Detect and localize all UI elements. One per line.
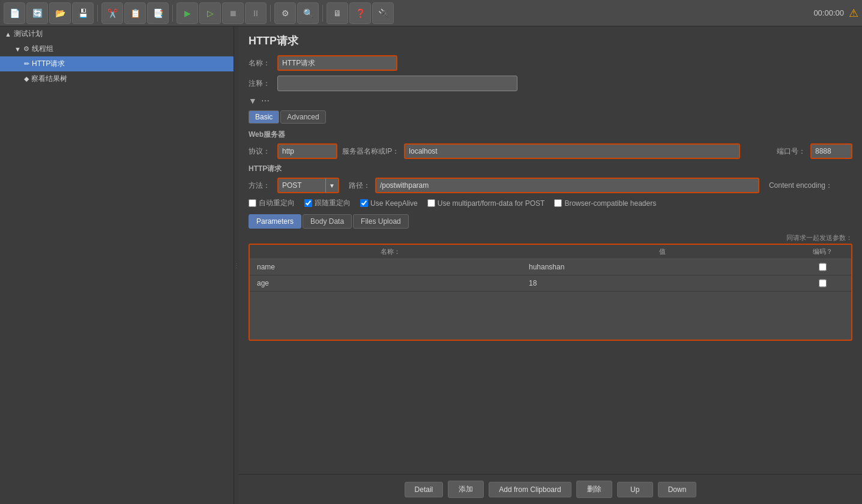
param-encoding-1: [798, 278, 846, 289]
timer-area: 00:00:00 ⚠: [813, 7, 858, 20]
cut-btn[interactable]: ✂️: [101, 2, 123, 24]
resize-handle[interactable]: ⋮: [234, 26, 239, 504]
path-input[interactable]: [375, 178, 759, 193]
tab-files-upload[interactable]: Files Upload: [353, 214, 409, 229]
path-label: 路径：: [349, 181, 370, 191]
search-btn[interactable]: 🔍: [297, 2, 319, 24]
name-input[interactable]: [277, 55, 397, 71]
protocol-input[interactable]: [277, 143, 337, 159]
tree-item-test-plan[interactable]: ▲ 测试计划: [0, 26, 234, 41]
separator-3: [270, 5, 271, 22]
main-toolbar: 📄 🔄 📂 💾 ✂️ 📋 📑 ▶ ▷ ⏹ ⏸ ⚙ 🔍 🖥 ❓ 🔌 00:00:0…: [0, 0, 862, 26]
browser-headers-checkbox[interactable]: [554, 199, 562, 207]
params-section: 同请求一起发送参数： 名称： 值 编码？ name huhanshan: [249, 233, 852, 341]
params-hint: 同请求一起发送参数：: [249, 233, 852, 242]
open-btn[interactable]: 📂: [49, 2, 71, 24]
web-server-section: Web服务器 协议： 服务器名称或IP： 端口号：: [249, 130, 852, 159]
header-name: 名称：: [255, 247, 526, 256]
refresh-btn[interactable]: 🔄: [26, 2, 48, 24]
tree-item-label: HTTP请求: [32, 59, 65, 69]
name-label: 名称：: [249, 58, 273, 68]
checkbox-keepalive: Use KeepAlive: [360, 199, 418, 208]
method-container: ▼: [277, 178, 339, 193]
empty-rows: [250, 292, 851, 340]
multipart-checkbox[interactable]: [427, 199, 435, 207]
remote-btn[interactable]: 🖥: [327, 2, 348, 24]
content-area: HTTP请求 名称： 注释： ▼ ⋯ Basic Advanced: [239, 26, 862, 474]
table-row[interactable]: age 18: [250, 275, 851, 292]
header-value: 值: [526, 247, 798, 256]
add-clipboard-btn[interactable]: Add from Clipboard: [489, 482, 571, 497]
add-btn[interactable]: 添加: [448, 481, 484, 498]
action-bar: Detail 添加 Add from Clipboard 删除 Up Down: [239, 474, 862, 504]
param-name-1: age: [255, 278, 526, 289]
http-request-title: HTTP请求: [249, 164, 852, 174]
separator-1: [97, 5, 98, 22]
tree-item-label: 测试计划: [14, 29, 43, 39]
checkbox-multipart: Use multipart/form-data for POST: [427, 199, 545, 208]
page-title: HTTP请求: [249, 34, 852, 48]
encoding-checkbox-1[interactable]: [819, 279, 827, 287]
help-btn[interactable]: ❓: [349, 2, 371, 24]
param-value-0: huhanshan: [526, 262, 798, 272]
tab-body-data[interactable]: Body Data: [303, 214, 352, 229]
thread-group-icon: ▼: [14, 46, 21, 53]
encoding-checkbox-0[interactable]: [819, 263, 827, 271]
auto-redirect-label: 自动重定向: [259, 198, 295, 208]
tab-basic[interactable]: Basic: [249, 110, 279, 124]
tree-item-result-tree[interactable]: ◆ 察看结果树: [0, 71, 234, 86]
collapse-arrow[interactable]: ▼ ⋯: [249, 96, 852, 106]
keepalive-checkbox[interactable]: [360, 199, 368, 207]
checkbox-browser-headers: Browser-compatible headers: [554, 199, 656, 208]
test-plan-icon: ▲: [5, 31, 11, 38]
save-btn[interactable]: 💾: [72, 2, 94, 24]
run-btn[interactable]: ▶: [176, 2, 198, 24]
auto-redirect-checkbox[interactable]: [249, 199, 256, 207]
separator-4: [322, 5, 323, 22]
thread-group-gear: ⚙: [23, 45, 29, 53]
http-request-section: HTTP请求 方法： ▼ 路径： Content encoding：: [249, 164, 852, 193]
port-label: 端口号：: [777, 146, 806, 157]
protocol-label: 协议：: [249, 146, 273, 157]
param-value-1: 18: [526, 278, 798, 289]
name-row: 名称：: [249, 55, 852, 71]
follow-redirect-checkbox[interactable]: [304, 199, 312, 207]
up-btn[interactable]: Up: [617, 482, 653, 497]
delete-btn[interactable]: 删除: [576, 481, 612, 498]
method-label: 方法：: [249, 181, 273, 191]
tree-area: ▲ 测试计划 ▼ ⚙ 线程组 ✏ HTTP请求 ◆ 察看结果树: [0, 26, 234, 504]
new-file-btn[interactable]: 📄: [4, 2, 25, 24]
tools-btn[interactable]: ⚙: [274, 2, 296, 24]
plugin-btn[interactable]: 🔌: [372, 2, 394, 24]
detail-btn[interactable]: Detail: [405, 482, 444, 497]
checkbox-follow-redirect: 跟随重定向: [304, 198, 351, 208]
follow-redirect-label: 跟随重定向: [315, 198, 351, 208]
params-header: 名称： 值 编码？: [250, 245, 851, 259]
copy-btn[interactable]: 📋: [124, 2, 146, 24]
timer-display: 00:00:00: [813, 8, 844, 17]
comment-input[interactable]: [277, 76, 517, 91]
down-btn[interactable]: Down: [658, 482, 697, 497]
tree-item-label: 察看结果树: [31, 74, 67, 84]
run-thread-btn[interactable]: ▷: [199, 2, 221, 24]
method-input[interactable]: [277, 178, 325, 193]
tree-item-http-request[interactable]: ✏ HTTP请求: [0, 56, 234, 71]
browser-headers-label: Browser-compatible headers: [564, 199, 656, 208]
paste-btn[interactable]: 📑: [147, 2, 169, 24]
server-input[interactable]: [404, 143, 740, 159]
main-layout: ▲ 测试计划 ▼ ⚙ 线程组 ✏ HTTP请求 ◆ 察看结果树 ⋮ HTTP请求: [0, 26, 862, 504]
tab-parameters[interactable]: Parameters: [249, 214, 301, 229]
port-input[interactable]: [810, 143, 852, 159]
stop-btn[interactable]: ⏹: [222, 2, 244, 24]
table-row[interactable]: name huhanshan: [250, 259, 851, 275]
result-tree-icon: ◆: [24, 75, 29, 83]
tree-item-thread-group[interactable]: ▼ ⚙ 线程组: [0, 41, 234, 56]
param-name-0: name: [255, 262, 526, 272]
keepalive-label: Use KeepAlive: [370, 199, 418, 208]
params-table: 名称： 值 编码？ name huhanshan age 18: [249, 244, 852, 341]
checkbox-row: 自动重定向 跟随重定向 Use KeepAlive Use multipart/…: [249, 198, 852, 208]
stop-now-btn[interactable]: ⏸: [245, 2, 267, 24]
method-dropdown-btn[interactable]: ▼: [325, 178, 339, 193]
server-label: 服务器名称或IP：: [342, 146, 399, 157]
tab-advanced[interactable]: Advanced: [280, 110, 325, 124]
